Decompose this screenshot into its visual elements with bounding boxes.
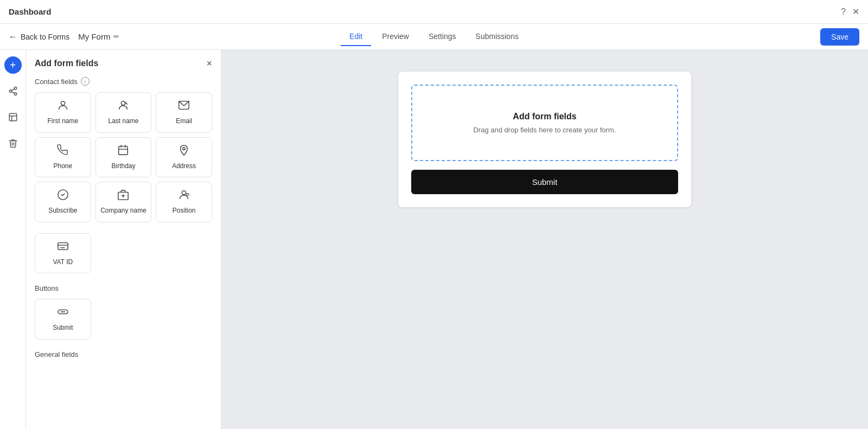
back-arrow-icon: ← bbox=[9, 32, 17, 42]
email-icon bbox=[178, 99, 190, 113]
tab-edit[interactable]: Edit bbox=[341, 28, 371, 46]
svg-line-4 bbox=[11, 89, 14, 91]
top-bar: Dashboard ? ✕ bbox=[0, 0, 868, 24]
form-name-label: My Form bbox=[78, 32, 110, 41]
general-section-label: General fields bbox=[35, 350, 212, 358]
help-icon[interactable]: ? bbox=[841, 7, 846, 17]
trash-icon-button[interactable] bbox=[4, 135, 22, 152]
field-card-last-name[interactable]: Last name bbox=[95, 92, 152, 133]
svg-rect-12 bbox=[119, 146, 128, 155]
first-name-label: First name bbox=[47, 117, 78, 126]
drop-zone: Add form fields Drag and drop fields her… bbox=[411, 85, 678, 161]
app-title: Dashboard bbox=[9, 7, 841, 16]
buttons-section-label: Buttons bbox=[35, 284, 212, 292]
form-name-display: My Form ✏ bbox=[78, 32, 119, 41]
save-button[interactable]: Save bbox=[820, 28, 859, 46]
svg-rect-24 bbox=[58, 242, 68, 249]
address-icon bbox=[178, 144, 190, 158]
vat-id-label: VAT ID bbox=[53, 258, 73, 267]
back-to-forms-link[interactable]: ← Back to Forms bbox=[9, 32, 69, 42]
main-layout: + Add form fields × Contact fields i bbox=[0, 50, 868, 429]
nav-tabs: Edit Preview Settings Submissions bbox=[341, 28, 527, 46]
icon-sidebar: + bbox=[0, 50, 26, 429]
tab-preview[interactable]: Preview bbox=[373, 28, 418, 46]
field-card-birthday[interactable]: Birthday bbox=[95, 137, 152, 178]
panel-title: Add form fields bbox=[35, 59, 98, 68]
position-label: Position bbox=[173, 207, 196, 215]
back-to-forms-label: Back to Forms bbox=[21, 33, 69, 41]
email-label: Email bbox=[176, 117, 192, 126]
company-name-label: Company name bbox=[100, 207, 146, 215]
submit-button-label: Submit bbox=[53, 324, 73, 332]
top-bar-actions: ? ✕ bbox=[841, 7, 859, 17]
address-label: Address bbox=[172, 162, 196, 171]
first-name-icon bbox=[57, 99, 69, 113]
add-field-button[interactable]: + bbox=[4, 56, 22, 74]
phone-label: Phone bbox=[53, 162, 72, 171]
birthday-label: Birthday bbox=[111, 162, 135, 171]
field-card-company-name[interactable]: Company name bbox=[95, 182, 152, 222]
vat-id-icon bbox=[57, 240, 69, 254]
drop-zone-title: Add form fields bbox=[513, 112, 576, 121]
svg-point-16 bbox=[183, 148, 186, 150]
buttons-fields-grid: Submit bbox=[35, 299, 212, 340]
field-card-address[interactable]: Address bbox=[156, 137, 212, 178]
drop-zone-subtitle: Drag and drop fields here to create your… bbox=[473, 126, 616, 134]
canvas-area: Add form fields Drag and drop fields her… bbox=[221, 50, 868, 429]
subscribe-label: Subscribe bbox=[48, 207, 77, 215]
svg-rect-5 bbox=[9, 113, 17, 121]
field-card-first-name[interactable]: First name bbox=[35, 92, 91, 133]
form-canvas: Add form fields Drag and drop fields her… bbox=[398, 72, 691, 207]
field-card-position[interactable]: Position bbox=[156, 182, 212, 222]
last-name-label: Last name bbox=[108, 117, 138, 126]
share-icon-button[interactable] bbox=[4, 82, 22, 100]
close-icon[interactable]: ✕ bbox=[852, 7, 859, 17]
last-name-icon bbox=[117, 99, 129, 113]
edit-form-name-icon[interactable]: ✏ bbox=[113, 33, 119, 41]
panel-close-button[interactable]: × bbox=[206, 59, 212, 68]
company-name-icon bbox=[117, 189, 129, 202]
contact-fields-grid: First name Last name Email bbox=[35, 92, 212, 222]
svg-point-8 bbox=[61, 101, 65, 105]
panel-header: Add form fields × bbox=[35, 59, 212, 68]
field-card-subscribe[interactable]: Subscribe bbox=[35, 182, 91, 222]
tab-settings[interactable]: Settings bbox=[420, 28, 465, 46]
fields-panel: Add form fields × Contact fields i First… bbox=[26, 50, 221, 429]
subscribe-icon bbox=[57, 189, 69, 202]
submit-button-icon bbox=[57, 306, 69, 319]
canvas-submit-button[interactable]: Submit bbox=[411, 170, 678, 194]
forms-list-icon-button[interactable] bbox=[4, 108, 22, 126]
svg-point-9 bbox=[122, 101, 125, 105]
nav-bar: ← Back to Forms My Form ✏ Edit Preview S… bbox=[0, 24, 868, 50]
position-icon bbox=[178, 189, 190, 202]
tab-submissions[interactable]: Submissions bbox=[467, 28, 527, 46]
field-card-email[interactable]: Email bbox=[156, 92, 212, 133]
contact-info-icon[interactable]: i bbox=[81, 77, 90, 86]
field-card-phone[interactable]: Phone bbox=[35, 137, 91, 178]
buttons-section: Buttons Submit bbox=[35, 284, 212, 340]
birthday-icon bbox=[117, 144, 129, 158]
contact-section-label: Contact fields i bbox=[35, 77, 212, 86]
field-card-vat-id[interactable]: VAT ID bbox=[35, 233, 91, 274]
vat-fields-grid: VAT ID bbox=[35, 233, 212, 274]
phone-icon bbox=[57, 144, 69, 158]
svg-line-3 bbox=[11, 92, 14, 93]
field-card-submit-button[interactable]: Submit bbox=[35, 299, 91, 340]
svg-point-21 bbox=[182, 191, 186, 195]
